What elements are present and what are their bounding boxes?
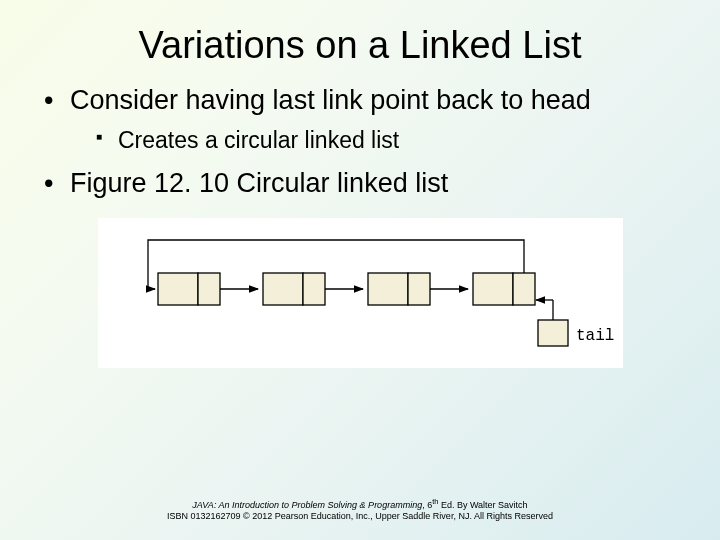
bullet-1: Consider having last link point back to …: [44, 85, 676, 154]
bullet-2: Figure 12. 10 Circular linked list: [44, 168, 676, 200]
svg-rect-11: [538, 320, 568, 346]
svg-rect-6: [473, 273, 513, 305]
svg-rect-7: [513, 273, 535, 305]
page-title: Variations on a Linked List: [0, 0, 720, 67]
bullet-1-sub: Creates a circular linked list: [96, 127, 676, 155]
circular-linked-list-diagram: tail: [98, 218, 623, 368]
svg-rect-4: [368, 273, 408, 305]
svg-rect-5: [408, 273, 430, 305]
content-area: Consider having last link point back to …: [0, 67, 720, 368]
bullet-1-text: Consider having last link point back to …: [70, 85, 591, 115]
svg-rect-1: [198, 273, 220, 305]
svg-rect-3: [303, 273, 325, 305]
footer-isbn-line: ISBN 0132162709 © 2012 Pearson Education…: [0, 511, 720, 522]
svg-rect-2: [263, 273, 303, 305]
svg-rect-0: [158, 273, 198, 305]
tail-label: tail: [576, 327, 614, 345]
footer-book-title: JAVA: An Introduction to Problem Solving…: [192, 500, 422, 510]
footer-citation: JAVA: An Introduction to Problem Solving…: [0, 497, 720, 523]
